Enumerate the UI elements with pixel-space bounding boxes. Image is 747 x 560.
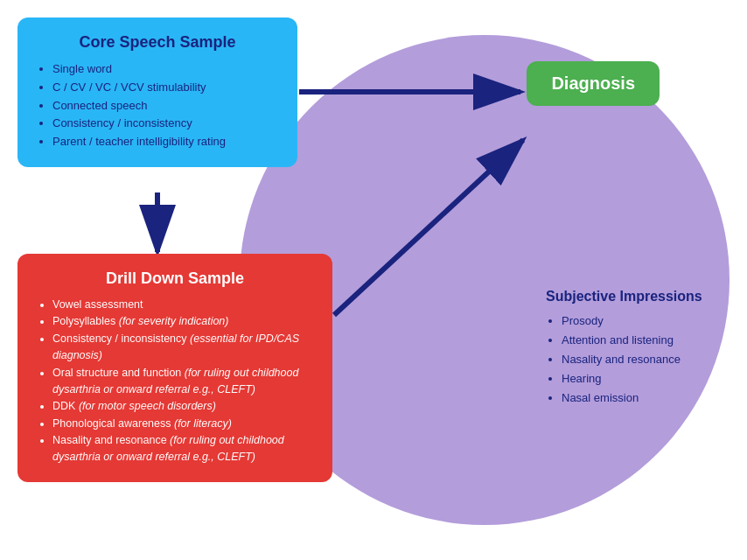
drill-down-box: Drill Down Sample Vowel assessment Polys… — [17, 254, 332, 482]
list-item: Attention and listening — [562, 331, 721, 350]
list-item: Single word — [52, 60, 278, 79]
list-item: DDK (for motor speech disorders) — [52, 398, 313, 415]
core-speech-box: Core Speech Sample Single word C / CV / … — [17, 18, 297, 167]
diagnosis-box: Diagnosis — [527, 61, 660, 106]
list-item: Vowel assessment — [52, 297, 313, 313]
list-item: Consistency / inconsistency — [52, 115, 278, 133]
list-item: Connected speech — [52, 97, 278, 116]
list-item: Nasal emission — [562, 388, 721, 408]
list-item: Nasality and resonance (for ruling out c… — [52, 432, 313, 466]
list-item: Prosody — [562, 312, 721, 331]
subjective-list: Prosody Attention and listening Nasality… — [546, 312, 721, 408]
subjective-box: Subjective Impressions Prosody Attention… — [546, 289, 721, 408]
list-item: Phonological awareness (for literacy) — [52, 416, 313, 432]
diagnosis-label: Diagnosis — [551, 74, 635, 93]
core-speech-list: Single word C / CV / VC / VCV stimulabil… — [37, 60, 278, 151]
list-item: C / CV / VC / VCV stimulability — [52, 79, 278, 97]
list-item: Polysyllables (for severity indication) — [52, 313, 313, 330]
list-item: Nasality and resonance — [562, 350, 721, 369]
list-item: Oral structure and function (for ruling … — [52, 365, 313, 399]
drill-down-title: Drill Down Sample — [37, 270, 313, 288]
drill-down-list: Vowel assessment Polysyllables (for seve… — [37, 297, 313, 466]
core-speech-title: Core Speech Sample — [37, 33, 278, 52]
list-item: Consistency / inconsistency (essential f… — [52, 331, 313, 365]
diagram-container: Core Speech Sample Single word C / CV / … — [0, 0, 747, 560]
subjective-title: Subjective Impressions — [546, 289, 721, 304]
list-item: Hearing — [562, 369, 721, 388]
list-item: Parent / teacher intelligibility rating — [52, 133, 278, 151]
